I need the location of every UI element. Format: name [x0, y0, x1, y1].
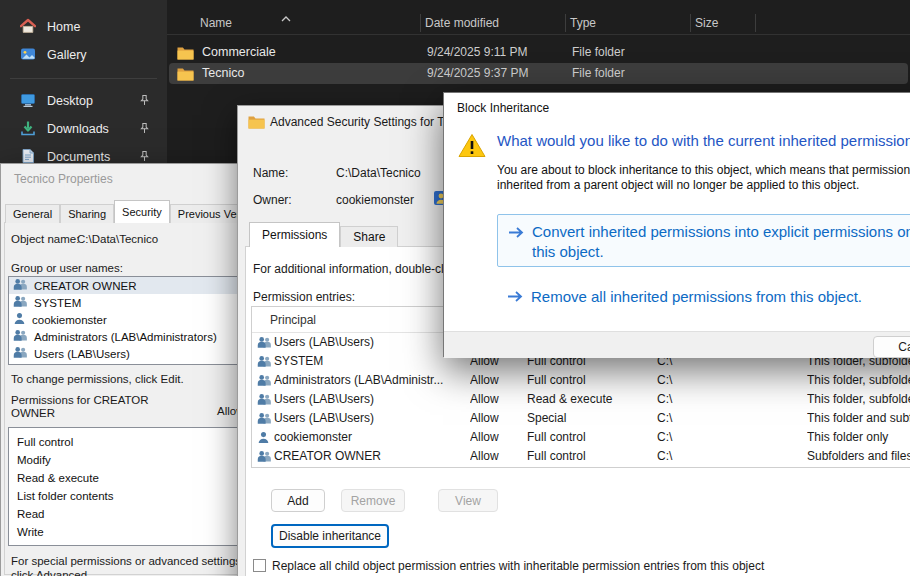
- command-link-text: Remove all inherited permissions from th…: [531, 287, 862, 307]
- user-icon: [257, 431, 270, 447]
- column-divider[interactable]: [565, 14, 566, 32]
- group-icon: [257, 355, 272, 371]
- group-icon: [257, 374, 272, 390]
- command-arrow-icon: [507, 290, 525, 306]
- downloads-icon: [20, 120, 36, 139]
- tab-permissions[interactable]: Permissions: [249, 222, 340, 247]
- sidebar-item-gallery[interactable]: Gallery: [6, 42, 161, 68]
- permission-entry-row[interactable]: CREATOR OWNER Allow Full control C:\ Sub…: [252, 447, 910, 466]
- file-type: File folder: [572, 42, 625, 63]
- body-line: You are about to block inheritance to th…: [497, 163, 910, 178]
- group-name: Users (LAB\Users): [34, 348, 130, 360]
- column-header-name[interactable]: Name: [200, 12, 232, 34]
- group-name: Administrators (LAB\Administrators): [34, 331, 217, 343]
- pin-icon: [138, 94, 151, 110]
- permission-entries-label: Permission entries:: [253, 290, 355, 304]
- block-dialog-footer: Cancel: [444, 331, 910, 358]
- entry-inherited-from: C:\: [657, 371, 799, 390]
- column-header-size[interactable]: Size: [695, 12, 718, 34]
- column-divider[interactable]: [755, 14, 756, 32]
- tab-sharing[interactable]: Sharing: [60, 204, 114, 223]
- folder-icon: [177, 67, 194, 84]
- tab-security[interactable]: Security: [114, 200, 170, 223]
- entry-principal: Users (LAB\Users): [274, 390, 458, 409]
- edit-hint-text: To change permissions, click Edit.: [11, 373, 184, 385]
- group-name: cookiemonster: [32, 314, 107, 326]
- permission-entry-row[interactable]: Administrators (LAB\Administr... Allow F…: [252, 371, 910, 390]
- replace-permissions-checkbox-label: Replace all child object permission entr…: [272, 559, 764, 573]
- column-divider[interactable]: [690, 14, 691, 32]
- tab-share[interactable]: Share: [340, 226, 398, 247]
- sidebar-item-home[interactable]: Home: [6, 14, 161, 40]
- warning-icon: [458, 133, 486, 161]
- cancel-button[interactable]: Cancel: [873, 336, 910, 358]
- entry-access: Allow: [470, 390, 522, 409]
- file-row-tecnico[interactable]: Tecnico 9/24/2025 9:37 PM File folder: [169, 63, 908, 84]
- file-type: File folder: [572, 63, 625, 84]
- disable-inheritance-button[interactable]: Disable inheritance: [271, 524, 389, 548]
- column-header-row: Name Date modified Type Size: [167, 12, 910, 34]
- replace-permissions-checkbox[interactable]: [253, 559, 266, 572]
- file-row-commerciale[interactable]: Commerciale 9/24/2025 9:11 PM File folde…: [169, 42, 908, 63]
- entry-inherited-from: C:\: [657, 447, 799, 466]
- column-divider[interactable]: [420, 14, 421, 32]
- convert-permissions-command-link[interactable]: Convert inherited permissions into expli…: [497, 214, 910, 267]
- group-icon: [13, 295, 28, 310]
- owner-label: Owner:: [253, 193, 292, 207]
- column-header-type[interactable]: Type: [570, 12, 596, 34]
- pin-icon: [138, 122, 151, 138]
- folder-icon: [248, 115, 265, 132]
- sidebar-item-desktop[interactable]: Desktop: [6, 88, 161, 114]
- entry-principal: CREATOR OWNER: [274, 447, 458, 466]
- owner-value: cookiemonster: [336, 193, 414, 207]
- entry-access: Allow: [470, 409, 522, 428]
- column-header-date-modified[interactable]: Date modified: [425, 12, 499, 34]
- entry-permission: Full control: [527, 371, 649, 390]
- object-name-value: C:\Data\Tecnico: [77, 233, 158, 245]
- sort-ascending-icon: [281, 11, 291, 25]
- file-name: Commerciale: [202, 42, 276, 63]
- remove-button[interactable]: Remove: [341, 489, 405, 512]
- permission-entry-row[interactable]: Users (LAB\Users) Allow Special C:\ This…: [252, 409, 910, 428]
- entry-permission: Special: [527, 409, 649, 428]
- sidebar-item-downloads[interactable]: Downloads: [6, 116, 161, 142]
- header-divider: [167, 34, 910, 35]
- gallery-icon: [20, 46, 36, 65]
- entry-access: Allow: [470, 428, 522, 447]
- permission-entry-row[interactable]: Users (LAB\Users) Allow Read & execute C…: [252, 390, 910, 409]
- object-name-label: Object name:: [11, 233, 79, 245]
- entry-applies-to: This folder, subfolde...: [807, 371, 910, 390]
- groups-list-label: Group or user names:: [11, 262, 123, 274]
- remove-permissions-command-link[interactable]: Remove all inherited permissions from th…: [497, 285, 910, 313]
- group-icon: [257, 393, 272, 409]
- column-header-principal[interactable]: Principal: [270, 307, 316, 333]
- permission-entry-row[interactable]: cookiemonster Allow Full control C:\ Thi…: [252, 428, 910, 447]
- body-line: inherited from a parent object will no l…: [497, 178, 910, 193]
- command-link-text: Convert inherited permissions into expli…: [532, 222, 910, 262]
- folder-icon: [177, 46, 194, 63]
- dialog-title: Block Inheritance: [444, 93, 910, 123]
- group-icon: [13, 329, 28, 344]
- entry-principal: SYSTEM: [274, 352, 458, 371]
- entry-access: Allow: [470, 371, 522, 390]
- command-link-line: Remove all inherited permissions from th…: [531, 287, 862, 307]
- entry-applies-to: This folder only: [807, 428, 910, 447]
- block-inheritance-dialog: Block Inheritance What would you like to…: [443, 92, 910, 357]
- entry-inherited-from: C:\: [657, 409, 799, 428]
- view-button[interactable]: View: [438, 489, 498, 512]
- file-name: Tecnico: [202, 63, 244, 84]
- file-date: 9/24/2025 9:37 PM: [427, 63, 528, 84]
- group-icon: [13, 278, 28, 293]
- command-link-line: this object.: [532, 242, 910, 262]
- advanced-hint-text: For special permissions or advanced sett…: [11, 554, 261, 576]
- add-button[interactable]: Add: [271, 489, 325, 512]
- file-date: 9/24/2025 9:11 PM: [427, 42, 528, 63]
- user-icon: [13, 312, 26, 327]
- tab-general[interactable]: General: [5, 204, 60, 223]
- advanced-tabstrip: Permissions Share: [249, 222, 398, 247]
- group-icon: [257, 412, 272, 428]
- sidebar-item-label: Documents: [47, 150, 110, 164]
- properties-tabstrip: General Sharing Security Previous Versio…: [5, 200, 274, 223]
- entry-applies-to: Subfolders and files ...: [807, 447, 910, 466]
- home-icon: [20, 18, 36, 37]
